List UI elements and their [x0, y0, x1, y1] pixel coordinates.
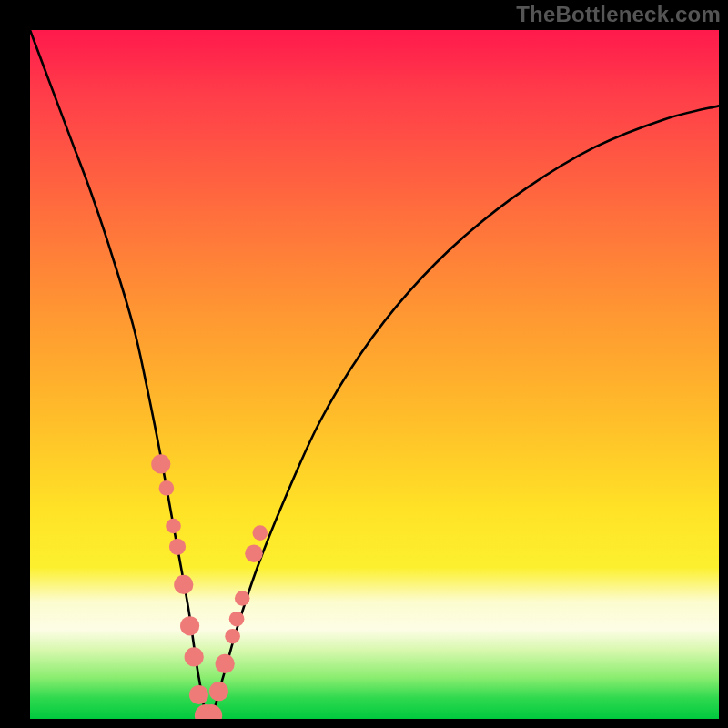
marker-dot	[253, 525, 268, 541]
bottleneck-curve	[30, 30, 719, 719]
marker-dot	[245, 545, 263, 563]
marker-dot	[225, 629, 240, 644]
curve-layer	[30, 30, 719, 719]
marker-dot	[185, 647, 204, 666]
chart-frame: TheBottleneck.com	[0, 0, 728, 728]
marker-dot	[151, 454, 170, 473]
marker-dot	[229, 612, 245, 627]
watermark-text: TheBottleneck.com	[516, 2, 721, 27]
plot-area	[30, 30, 719, 719]
marker-dot	[159, 480, 175, 496]
marker-dot	[209, 682, 228, 701]
marker-dot	[169, 539, 186, 555]
marker-dot	[180, 616, 199, 635]
marker-dot	[166, 519, 181, 534]
marker-dot	[174, 575, 193, 594]
marker-dot	[216, 654, 235, 673]
marker-dot	[235, 591, 250, 606]
marker-dot	[189, 685, 208, 704]
